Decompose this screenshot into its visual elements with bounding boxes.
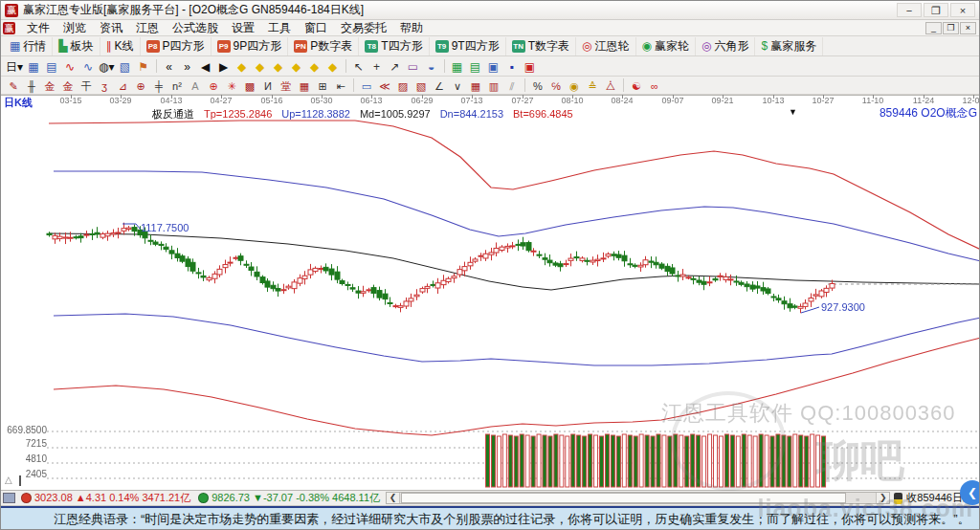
menu-item-3[interactable]: 江恩 xyxy=(129,20,166,35)
winner-wheel-button[interactable]: ◉赢家轮 xyxy=(636,37,696,55)
gann-gold-2-icon[interactable]: 金 xyxy=(59,78,77,93)
tower-2-icon[interactable]: ▦ xyxy=(296,78,313,93)
n2-icon[interactable]: n² xyxy=(168,78,186,93)
crosshair-icon[interactable]: + xyxy=(368,58,386,75)
gann-f-icon[interactable]: 干 xyxy=(78,78,95,93)
menu-item-2[interactable]: 资讯 xyxy=(93,20,129,35)
gann-gold-1-icon[interactable]: 金 xyxy=(41,78,58,93)
grid-dense-icon[interactable]: ▦ xyxy=(467,78,484,93)
draw-line-icon[interactable]: ↗ xyxy=(387,58,404,75)
maximize-button[interactable]: ❐ xyxy=(924,3,948,17)
box-select-icon[interactable]: ▭ xyxy=(358,78,375,93)
fan-lines-icon[interactable]: ≪ xyxy=(376,78,393,93)
window-grid-icon[interactable]: ⊞ xyxy=(314,78,331,93)
candle-style-dropdown[interactable]: ◍▾ xyxy=(98,58,116,75)
window-layout-icon[interactable]: ▦ xyxy=(25,58,42,75)
menu-item-5[interactable]: 设置 xyxy=(225,20,261,35)
9p-square-button[interactable]: P99P四方形 xyxy=(212,37,289,55)
pen-tool-icon[interactable]: ✎ xyxy=(5,78,22,93)
angle-icon[interactable]: ∠ xyxy=(431,78,448,93)
prev-icon[interactable]: ◀ xyxy=(197,58,214,75)
minimize-button[interactable]: − xyxy=(897,3,922,17)
sector-button[interactable]: ▙板块 xyxy=(53,37,100,55)
grid-status-icon[interactable] xyxy=(3,493,15,503)
percent-icon[interactable]: % xyxy=(529,78,546,93)
diamond-tool-5[interactable]: ◆ xyxy=(306,58,323,75)
info-panel-icon[interactable]: ▤ xyxy=(43,58,60,75)
corner-splitter-icon[interactable]: △ xyxy=(5,475,12,485)
calendar-icon[interactable]: ▦ xyxy=(449,58,466,75)
angle-tool-icon[interactable]: ⊿ xyxy=(114,78,131,93)
9t-square-button[interactable]: T99T四方形 xyxy=(430,37,506,55)
gann-wheel-button[interactable]: ◎江恩轮 xyxy=(576,37,635,55)
truck-icon[interactable]: ▣ xyxy=(522,58,539,75)
p-square-button[interactable]: P8P四方形 xyxy=(141,37,212,55)
net-icon[interactable]: ▩ xyxy=(241,78,258,93)
grid-lines-icon[interactable]: ╫ xyxy=(23,78,40,93)
report-icon[interactable]: ▣ xyxy=(485,58,502,75)
next-icon[interactable]: ▶ xyxy=(215,58,233,75)
flag-icon[interactable]: ⚑ xyxy=(135,58,152,75)
ink-icon[interactable]: ⧊ xyxy=(602,78,619,93)
kline-button[interactable]: ∥K线 xyxy=(100,37,141,55)
winner-service-button[interactable]: $赢家服务 xyxy=(755,37,823,55)
spiral-icon[interactable]: ʒ xyxy=(96,78,113,93)
menu-item-9[interactable]: 帮助 xyxy=(393,20,430,35)
yinyang-icon[interactable]: ☯ xyxy=(628,78,645,93)
gold-line-icon[interactable]: ≙ xyxy=(584,78,601,93)
mdi-restore-button[interactable]: ❐ xyxy=(943,22,959,34)
check-icon[interactable]: ∨ xyxy=(449,78,466,93)
hatch-icon[interactable]: ⫽ xyxy=(503,78,521,93)
hexagon-button[interactable]: ◎六角形 xyxy=(696,37,755,55)
stamp-icon[interactable]: ◒ xyxy=(423,58,440,75)
diamond-tool-4[interactable]: ◆ xyxy=(288,58,305,75)
diamond-tool-3[interactable]: ◆ xyxy=(270,58,287,75)
menu-item-4[interactable]: 公式选股 xyxy=(166,20,225,35)
menu-item-0[interactable]: 文件 xyxy=(20,20,56,35)
diamond-tool-1[interactable]: ◆ xyxy=(234,58,251,75)
calculator-icon[interactable]: ▤ xyxy=(467,58,484,75)
scroll-left-icon[interactable]: ❮ xyxy=(387,493,400,503)
shade-box-icon[interactable]: ▨ xyxy=(394,78,412,93)
curve-blue-icon[interactable]: ∿ xyxy=(79,58,97,75)
infinity-icon[interactable]: ∞ xyxy=(646,78,663,93)
quote-button[interactable]: ▦行情 xyxy=(4,37,53,55)
pct-line-icon[interactable]: ℅ xyxy=(547,78,565,93)
overlay-icon[interactable]: ▧ xyxy=(117,58,134,75)
diamond-tool-2[interactable]: ◆ xyxy=(252,58,269,75)
stamp-red-icon[interactable]: ▧ xyxy=(412,78,430,93)
first-page-icon[interactable]: « xyxy=(161,58,178,75)
indicator-value-4: Bt=696.4845 xyxy=(513,108,573,120)
curve-red-icon[interactable]: ∿ xyxy=(61,58,78,75)
a-tool-icon[interactable]: A xyxy=(187,78,204,93)
period-day-dropdown[interactable]: 日▾ xyxy=(5,58,24,75)
volume-axis-label: 7215 xyxy=(3,438,47,449)
diamond-tool-6[interactable]: ◆ xyxy=(324,58,342,75)
target-icon[interactable]: ⊕ xyxy=(205,78,222,93)
wave-icon[interactable]: И xyxy=(259,78,277,93)
gold-circle-icon[interactable]: ◉ xyxy=(566,78,583,93)
szse-index-quote[interactable]: 9826.73 ▼-37.07 -0.38% 4648.11亿 xyxy=(212,491,380,505)
menu-item-7[interactable]: 窗口 xyxy=(298,20,334,35)
tower-1-icon[interactable]: 堂 xyxy=(278,78,295,93)
t-number-table-button[interactable]: TNT数字表 xyxy=(506,37,576,55)
arrows-icon[interactable]: ⇤ xyxy=(332,78,349,93)
menu-item-8[interactable]: 交易委托 xyxy=(334,20,393,35)
sse-index-quote[interactable]: 3023.08 ▲4.31 0.14% 3471.21亿 xyxy=(34,491,190,505)
p-number-table-button[interactable]: PNP数字表 xyxy=(288,37,359,55)
save-icon[interactable]: ▪ xyxy=(503,58,521,75)
text-note-icon[interactable]: ▭ xyxy=(405,58,422,75)
last-page-icon[interactable]: » xyxy=(179,58,196,75)
close-button[interactable]: × xyxy=(950,3,975,17)
t-square-button[interactable]: T8T四方形 xyxy=(359,37,429,55)
menu-item-6[interactable]: 工具 xyxy=(261,20,298,35)
pan-hand-icon[interactable]: ↖ xyxy=(350,58,368,75)
corner-splitter-bar[interactable] xyxy=(19,475,21,486)
ruler-icon[interactable]: ╪ xyxy=(150,78,167,93)
mdi-minimize-button[interactable]: _ xyxy=(925,22,942,34)
mdi-close-button[interactable]: × xyxy=(960,22,976,34)
asterisk-icon[interactable]: ✳ xyxy=(223,78,240,93)
menu-item-1[interactable]: 浏览 xyxy=(56,20,93,35)
circle-grid-icon[interactable]: ⊕ xyxy=(132,78,149,93)
grid-red-icon[interactable]: ▥ xyxy=(485,78,502,93)
